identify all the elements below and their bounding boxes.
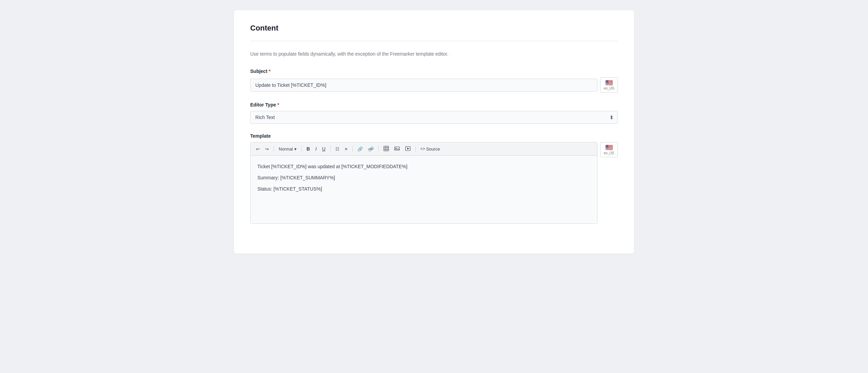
content-line-2: Summary: [%TICKET_SUMMARY%] xyxy=(257,174,590,182)
subject-flag-emoji: 🇺🇸 xyxy=(605,80,613,86)
editor-type-required-star: * xyxy=(277,102,279,107)
template-label: Template xyxy=(250,133,618,139)
undo-button[interactable]: ↩ xyxy=(254,145,262,153)
source-code-icon: <> xyxy=(420,147,425,151)
format-dropdown-label: Normal xyxy=(279,146,293,152)
main-card: Content Use terms to populate fields dyn… xyxy=(234,10,634,254)
table-button[interactable] xyxy=(381,144,391,153)
link-icon: 🔗 xyxy=(357,147,363,151)
content-line-1: Ticket [%TICKET_ID%] was updated at [%TI… xyxy=(257,162,590,171)
format-dropdown-arrow-icon: ▾ xyxy=(294,146,297,152)
bold-button[interactable]: B xyxy=(304,145,312,153)
toolbar-separator-4 xyxy=(352,146,353,152)
undo-icon: ↩ xyxy=(256,147,260,151)
unlink-button[interactable]: 🔗 xyxy=(366,145,376,153)
svg-rect-0 xyxy=(384,146,389,151)
unlink-icon: 🔗 xyxy=(368,147,374,151)
page-title: Content xyxy=(250,24,618,33)
editor-type-label: Editor Type * xyxy=(250,102,618,107)
ordered-list-icon: ≡ xyxy=(345,147,348,151)
subject-section: Subject * 🇺🇸 en_US xyxy=(250,68,618,93)
format-dropdown[interactable]: Normal ▾ xyxy=(277,145,299,153)
toolbar-separator-5 xyxy=(378,146,379,152)
unordered-list-icon: ☷ xyxy=(335,147,339,151)
template-editor-row: ↩ ↪ Normal ▾ B xyxy=(250,142,618,224)
redo-icon: ↪ xyxy=(265,147,269,151)
template-locale-label: en_US xyxy=(604,151,614,155)
link-button[interactable]: 🔗 xyxy=(355,145,365,153)
template-flag-emoji: 🇺🇸 xyxy=(605,144,613,151)
editor-type-select[interactable]: Rich Text Plain Text Freemarker xyxy=(250,111,618,124)
unordered-list-button[interactable]: ☷ xyxy=(333,145,341,153)
toolbar-separator-6 xyxy=(415,146,416,152)
underline-icon: U xyxy=(322,146,326,151)
editor-type-select-wrapper: Rich Text Plain Text Freemarker ⬍ xyxy=(250,111,618,124)
subject-required-star: * xyxy=(269,68,271,74)
table-icon xyxy=(383,146,389,152)
bold-icon: B xyxy=(307,146,310,151)
subject-label: Subject * xyxy=(250,68,618,74)
template-editor-inner: ↩ ↪ Normal ▾ B xyxy=(250,142,597,224)
italic-icon: I xyxy=(315,146,317,151)
redo-button[interactable]: ↪ xyxy=(263,145,271,153)
source-button[interactable]: <> Source xyxy=(418,145,442,153)
subject-locale-button[interactable]: 🇺🇸 en_US xyxy=(600,77,618,93)
editor-content-area[interactable]: Ticket [%TICKET_ID%] was updated at [%TI… xyxy=(251,156,597,223)
editor-toolbar: ↩ ↪ Normal ▾ B xyxy=(251,142,597,156)
subject-locale-label: en_US xyxy=(604,86,614,90)
subject-input[interactable] xyxy=(250,79,597,92)
toolbar-separator-1 xyxy=(274,146,274,152)
rich-text-editor: ↩ ↪ Normal ▾ B xyxy=(250,142,597,224)
editor-type-section: Editor Type * Rich Text Plain Text Freem… xyxy=(250,102,618,124)
toolbar-separator-3 xyxy=(330,146,331,152)
media-icon xyxy=(405,146,411,152)
toolbar-separator-2 xyxy=(301,146,302,152)
subject-input-row: 🇺🇸 en_US xyxy=(250,77,618,93)
section-divider xyxy=(250,41,618,41)
image-button[interactable] xyxy=(392,144,402,153)
template-locale-button[interactable]: 🇺🇸 en_US xyxy=(600,142,618,157)
underline-button[interactable]: U xyxy=(320,145,328,153)
template-section: Template ↩ ↪ Normal ▾ xyxy=(250,133,618,224)
svg-marker-8 xyxy=(407,148,409,150)
italic-button[interactable]: I xyxy=(313,145,319,153)
page-description: Use terms to populate fields dynamically… xyxy=(250,51,618,58)
ordered-list-button[interactable]: ≡ xyxy=(343,145,350,153)
image-icon xyxy=(394,146,400,152)
content-line-3: Status: [%TICKET_STATUS%] xyxy=(257,185,590,193)
source-label: Source xyxy=(426,147,440,151)
media-button[interactable] xyxy=(403,144,413,153)
